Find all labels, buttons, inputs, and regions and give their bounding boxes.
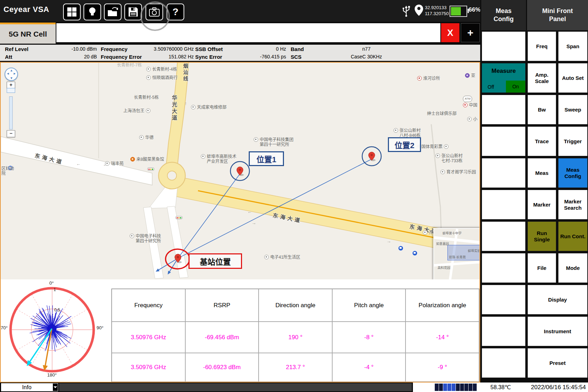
map-poi: 来8酸菜黑鱼馆: [130, 157, 164, 162]
save-icon[interactable]: [124, 4, 142, 20]
map-pin-icon[interactable]: [369, 152, 376, 161]
poi-icon: [264, 255, 269, 259]
meas-button[interactable]: Meas: [527, 158, 557, 188]
run-single-button[interactable]: Run Single: [527, 221, 557, 252]
map-poi: 张公山新村八村-846栋: [394, 128, 421, 138]
softkey-blank[interactable]: [481, 158, 526, 188]
display-area: ▲▼ ◄► + − 东海大道 东海大道 东海大道 华光大道 烟汕线 ← ← ↑ …: [0, 62, 480, 382]
band-value: n77: [317, 46, 416, 52]
temperature-readout: 58.38℃: [490, 384, 511, 391]
poi-icon: [444, 144, 448, 149]
map-view[interactable]: ▲▼ ◄► + − 东海大道 东海大道 东海大道 华光大道 烟汕线 ← ← ↑ …: [1, 63, 479, 279]
polar-starburst: [30, 305, 71, 352]
close-tab-button[interactable]: X: [441, 23, 459, 42]
map-pan-control[interactable]: ▲▼ ◄►: [5, 68, 18, 81]
auto-set-button[interactable]: Auto Set: [558, 63, 588, 93]
softkey-blank[interactable]: [481, 126, 526, 157]
ref-level-label: Ref Level: [5, 46, 29, 52]
map-poi: 华德: [139, 135, 154, 140]
map-zoom-out-button[interactable]: −: [7, 130, 15, 137]
inset-overview-map[interactable]: 蚌埠第十中学 如意嘉园 双珠·长青苑 高科花园 蚌埠实验: [433, 228, 479, 279]
sweep-button[interactable]: Sweep: [558, 94, 588, 125]
softkey-blank[interactable]: [481, 316, 526, 347]
info-dropdown[interactable]: Info: [1, 383, 52, 391]
windows-icon[interactable]: [63, 4, 81, 20]
display-button[interactable]: Display: [527, 284, 588, 315]
freq-button[interactable]: Freq: [527, 31, 557, 62]
inset-label: 蚌埠第十中学: [442, 231, 462, 235]
file-button[interactable]: File: [527, 253, 557, 283]
map-poi: 育才阁学习乐园: [440, 170, 476, 175]
marker-label-pos2[interactable]: 位置2: [388, 137, 421, 152]
tab-5g-nr-cell[interactable]: 5G NR Cell: [0, 23, 56, 44]
table-value-cell: -69.456 dBm: [185, 322, 259, 353]
bw-button[interactable]: Bw: [527, 94, 557, 125]
signal-segments: [435, 384, 477, 391]
marker-label-base-station[interactable]: 基站位置: [188, 253, 242, 269]
table-header-cell: Direction angle: [259, 289, 332, 322]
map-poi: 瑞丰苑: [105, 161, 124, 166]
map-poi: 上海汤包王: [123, 108, 150, 113]
instrument-button[interactable]: Instrument: [527, 316, 588, 347]
softkey-blank[interactable]: [481, 253, 526, 283]
polar-180-label: 180°: [47, 372, 57, 378]
span-button[interactable]: Span: [558, 31, 588, 62]
battery-icon: [450, 6, 467, 17]
gps-lat: 32.920133: [425, 5, 449, 11]
softkey-blank[interactable]: [481, 348, 526, 378]
poi-icon: [130, 234, 134, 238]
softkey-blank[interactable]: [481, 31, 526, 62]
map-poi: 长青新村-4栋: [146, 67, 177, 72]
polar-r1-label: 1: [54, 287, 56, 292]
measure-toggle-button[interactable]: MeasureOffOn: [481, 63, 526, 93]
trigger-button[interactable]: Trigger: [558, 126, 588, 157]
usb-icon: [402, 5, 411, 18]
camera-icon[interactable]: [146, 4, 163, 20]
measure-on-label[interactable]: On: [506, 81, 525, 93]
map-zoom-slider[interactable]: [7, 88, 15, 93]
poi-icon: [467, 117, 472, 121]
map-pin-icon[interactable]: [237, 167, 244, 176]
bus-stop-icon: [412, 251, 417, 256]
measure-label: Measure: [482, 68, 525, 75]
table-value-cell: 3.50976 GHz: [112, 353, 185, 382]
bulb-icon[interactable]: [83, 4, 101, 20]
folder-open-icon[interactable]: [104, 4, 122, 20]
preset-button[interactable]: Preset: [527, 348, 588, 378]
info-dropdown-arrow-icon[interactable]: [52, 383, 58, 391]
parameter-bar: Ref Level -10.00 dBm Att 20 dB Frequency…: [0, 44, 480, 62]
map-poi: 中国: [463, 103, 477, 108]
help-icon[interactable]: ?: [167, 4, 184, 20]
run-cont-button[interactable]: Run Cont.: [558, 221, 588, 252]
map-poi: 小: [467, 117, 477, 122]
vsa-application: Ceyear VSA ? 32.920133 117.320750: [0, 0, 588, 392]
map-zoom-track[interactable]: [9, 96, 13, 129]
polar-chart: [1, 279, 111, 382]
status-segment: [469, 384, 472, 391]
mode-button[interactable]: Mode: [558, 253, 588, 283]
add-tab-button[interactable]: +: [461, 23, 480, 42]
table-value-cell: -60.6923 dBm: [185, 353, 259, 382]
marker-button[interactable]: Marker: [527, 189, 557, 220]
frequency-value: 3.509760000 GHz: [139, 46, 194, 52]
map-poi: 中国电子科技第四十研究所: [130, 234, 161, 244]
freq-error-value: 151.082 Hz: [139, 54, 194, 59]
map-zoom-in-button[interactable]: +: [7, 82, 15, 89]
meas-config-button[interactable]: Meas Config: [558, 158, 588, 188]
trace-button[interactable]: Trace: [527, 126, 557, 157]
softkey-blank[interactable]: [481, 189, 526, 220]
amp-scale-button[interactable]: Amp. Scale: [527, 63, 557, 93]
results-table: FrequencyRSRPDirection anglePitch angleP…: [111, 289, 479, 382]
measure-off-label[interactable]: Off: [488, 84, 494, 90]
softkey-blank[interactable]: [481, 94, 526, 125]
softkey-blank[interactable]: [481, 284, 526, 315]
poi-icon: [465, 73, 470, 78]
poi-icon: [435, 153, 440, 158]
marker-label-pos1[interactable]: 位置1: [249, 151, 284, 166]
softkey-blank[interactable]: [481, 221, 526, 252]
table-header-cell: Pitch angle: [332, 289, 406, 322]
map-poi: 绅士台球俱乐部: [427, 111, 457, 116]
marker-search-button[interactable]: Marker Search: [558, 189, 588, 220]
battery-fill: [451, 7, 461, 15]
poi-icon: [130, 157, 135, 162]
